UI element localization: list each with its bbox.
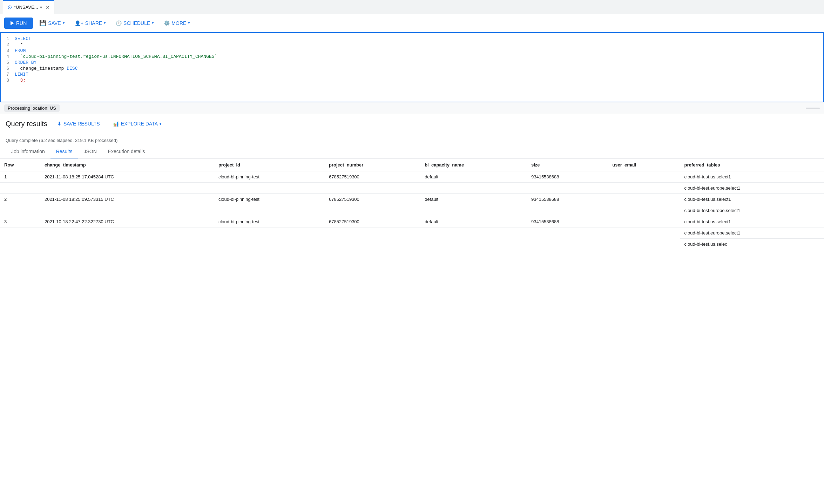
row-cell-empty: [527, 239, 608, 250]
line-content: LIMIT: [15, 72, 823, 77]
share-button[interactable]: 👤+ SHARE ▾: [71, 18, 109, 29]
more-button[interactable]: ⚙️ MORE ▾: [160, 18, 194, 29]
tab-bar: ⊙ *UNSAVE... ▾ ✕: [0, 0, 824, 14]
column-header-Row: Row: [0, 159, 40, 171]
column-header-change_timestamp: change_timestamp: [40, 159, 214, 171]
row-cell-preferred: cloud-bi-test.europe.select1: [680, 183, 824, 194]
save-button[interactable]: 💾 SAVE ▾: [36, 17, 68, 29]
chart-icon: 📊: [113, 121, 119, 127]
schedule-chevron-icon: ▾: [152, 21, 154, 25]
more-icon: ⚙️: [164, 20, 170, 26]
query-tab-icon: ⊙: [7, 4, 12, 11]
result-tab-execution-details[interactable]: Execution details: [102, 145, 151, 158]
column-header-project_number: project_number: [325, 159, 420, 171]
row-cell: default: [420, 171, 527, 183]
row-cell: 678527519300: [325, 216, 420, 227]
table-row: 32021-10-18 22:47:22.322730 UTCcloud-bi-…: [0, 216, 824, 227]
toolbar: RUN 💾 SAVE ▾ 👤+ SHARE ▾ 🕐 SCHEDULE ▾ ⚙️ …: [0, 14, 824, 32]
explore-data-button[interactable]: 📊 EXPLORE DATA ▾: [110, 119, 164, 128]
row-cell: cloud-bi-test.us.select1: [680, 171, 824, 183]
code-editor[interactable]: 1 SELECT 2 * 3 FROM 4 `cloud-bi-pinning-…: [0, 32, 824, 102]
save-results-button[interactable]: ⬇ SAVE RESULTS: [54, 119, 103, 128]
schedule-button[interactable]: 🕐 SCHEDULE ▾: [112, 18, 157, 29]
row-cell-empty: [608, 183, 680, 194]
tab-dropdown-arrow[interactable]: ▾: [40, 5, 42, 10]
resize-handle[interactable]: [806, 108, 820, 109]
save-label: SAVE: [48, 20, 61, 26]
row-cell-empty: [608, 239, 680, 250]
row-cell: cloud-bi-test.us.select1: [680, 216, 824, 227]
line-content: SELECT: [15, 36, 823, 41]
code-line: 8 3;: [1, 77, 823, 83]
tab-close-button[interactable]: ✕: [46, 5, 50, 10]
table-row-continued: cloud-bi-test.europe.select1: [0, 183, 824, 194]
column-header-project_id: project_id: [214, 159, 325, 171]
row-cell: default: [420, 194, 527, 205]
explore-chevron-icon: ▾: [160, 122, 162, 126]
download-icon: ⬇: [57, 121, 62, 127]
line-content: 3;: [15, 78, 823, 83]
row-cell-empty: [608, 205, 680, 216]
schedule-icon: 🕐: [116, 20, 122, 26]
code-line: 1 SELECT: [1, 36, 823, 42]
results-header: Query results ⬇ SAVE RESULTS 📊 EXPLORE D…: [0, 114, 824, 132]
row-cell: 678527519300: [325, 194, 420, 205]
run-button[interactable]: RUN: [4, 18, 33, 29]
row-cell: cloud-bi-pinning-test: [214, 194, 325, 205]
line-number: 1: [1, 36, 15, 41]
row-cell: default: [420, 216, 527, 227]
line-content: `cloud-bi-pinning-test.region-us.INFORMA…: [15, 54, 823, 59]
result-tab-results[interactable]: Results: [50, 145, 78, 158]
row-cell-empty: [527, 183, 608, 194]
row-cell: [608, 194, 680, 205]
row-cell-empty: [325, 183, 420, 194]
share-chevron-icon: ▾: [104, 21, 106, 25]
result-tab-job-information[interactable]: Job information: [6, 145, 50, 158]
line-number: 4: [1, 54, 15, 59]
table-row-continued: cloud-bi-test.europe.select1: [0, 205, 824, 216]
row-cell: [608, 216, 680, 227]
column-header-bi_capacity_name: bi_capacity_name: [420, 159, 527, 171]
line-number: 2: [1, 42, 15, 47]
line-number: 8: [1, 78, 15, 83]
result-tab-json[interactable]: JSON: [78, 145, 102, 158]
row-cell-empty: [420, 227, 527, 239]
save-results-label: SAVE RESULTS: [63, 121, 100, 127]
line-content: ORDER BY: [15, 60, 823, 65]
row-number: 2: [0, 194, 40, 205]
row-cell-empty: [214, 227, 325, 239]
row-cell-preferred: cloud-bi-test.europe.select1: [680, 205, 824, 216]
code-line: 4 `cloud-bi-pinning-test.region-us.INFOR…: [1, 54, 823, 60]
row-cell-empty: [214, 183, 325, 194]
column-header-size: size: [527, 159, 608, 171]
column-header-user_email: user_email: [608, 159, 680, 171]
row-cell-empty: [420, 205, 527, 216]
code-line: 2 *: [1, 42, 823, 48]
processing-bar: Processing location: US: [0, 102, 824, 114]
row-cell: 93415538688: [527, 171, 608, 183]
share-icon: 👤+: [75, 20, 83, 26]
row-cell-empty: [40, 227, 214, 239]
row-cell: 2021-10-18 22:47:22.322730 UTC: [40, 216, 214, 227]
play-icon: [11, 21, 14, 25]
row-cell: 678527519300: [325, 171, 420, 183]
results-title: Query results: [6, 120, 47, 128]
table-row-continued: cloud-bi-test.us.selec: [0, 239, 824, 250]
query-tab[interactable]: ⊙ *UNSAVE... ▾ ✕: [3, 0, 54, 14]
code-line: 6 change_timestamp DESC: [1, 66, 823, 71]
row-cell: 2021-11-08 18:25:17.045284 UTC: [40, 171, 214, 183]
column-header-preferred_tables: preferred_tables: [680, 159, 824, 171]
more-chevron-icon: ▾: [188, 21, 190, 25]
row-cell-empty: [527, 227, 608, 239]
row-number: 1: [0, 171, 40, 183]
code-line: 5 ORDER BY: [1, 60, 823, 66]
row-cell: cloud-bi-pinning-test: [214, 171, 325, 183]
row-cell-empty: [325, 205, 420, 216]
row-cell-empty: [40, 239, 214, 250]
table-row: 22021-11-08 18:25:09.573315 UTCcloud-bi-…: [0, 194, 824, 205]
row-cell-empty: [325, 227, 420, 239]
row-cell-preferred: cloud-bi-test.us.selec: [680, 239, 824, 250]
row-cell-empty: [420, 239, 527, 250]
row-cell-empty: [0, 239, 40, 250]
row-cell-empty: [527, 205, 608, 216]
